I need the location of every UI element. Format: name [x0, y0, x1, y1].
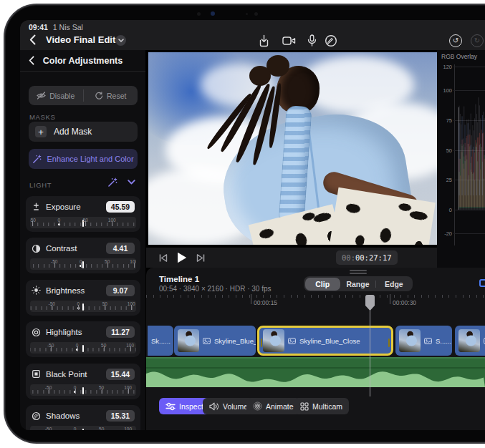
redo-icon[interactable]: ↻: [470, 34, 484, 48]
slider-value-badge[interactable]: 11.27: [106, 326, 135, 338]
undo-icon[interactable]: ↺: [448, 34, 463, 48]
slider-row: Contrast4.41: [32, 241, 135, 255]
disable-reset-control: Disable Reset: [29, 86, 138, 105]
adjustment-slider[interactable]: Highlights11.27-50050100: [26, 321, 140, 357]
brightness-icon: [32, 286, 41, 295]
export-icon[interactable]: [256, 34, 271, 48]
trim-handle[interactable]: [388, 339, 390, 347]
scope-axis-label: -20: [444, 230, 452, 237]
mode-range[interactable]: Range: [340, 278, 375, 291]
ruler-major-tick: [77, 346, 78, 351]
skip-forward-icon[interactable]: [196, 254, 205, 262]
timeline-clip[interactable]: Sk......: [148, 326, 173, 356]
animate-button[interactable]: Animate: [246, 398, 300, 414]
playhead-handle[interactable]: [365, 295, 375, 311]
reset-button[interactable]: Reset: [84, 86, 138, 105]
photo-icon: [424, 338, 432, 344]
adjustment-slider[interactable]: Contrast4.41-50050100: [26, 238, 140, 273]
panel-drag-handle[interactable]: [350, 273, 367, 274]
timeline-clip[interactable]: [455, 326, 485, 356]
ruler-major-tick: [81, 263, 82, 268]
slider-value-badge[interactable]: 9.07: [106, 285, 135, 296]
add-mask-button[interactable]: + Add Mask: [29, 122, 138, 142]
ruler-major-tick: [85, 221, 86, 226]
shadows-icon: [32, 412, 41, 421]
timeline-ruler[interactable]: [146, 295, 485, 298]
disable-button[interactable]: Disable: [29, 86, 83, 105]
tool-label: Animate: [266, 402, 294, 411]
tool-label: Volume: [223, 402, 248, 411]
ruler-major-tick: [105, 305, 105, 310]
panel-drag-handle[interactable]: [350, 270, 367, 271]
clock-icon-partial[interactable]: [479, 279, 485, 287]
audio-track-waveform[interactable]: [146, 357, 485, 387]
disable-label: Disable: [49, 92, 75, 100]
slider-ruler[interactable]: -50050100: [30, 258, 136, 270]
timeline-meta: 00:54 · 3840 × 2160 · HDR · 30 fps: [159, 285, 271, 293]
ruler-thumb[interactable]: [82, 303, 84, 311]
trim-handle[interactable]: [261, 339, 262, 347]
slider-name: Highlights: [46, 328, 101, 336]
timeline-clip[interactable]: Skyline_Blue_Close: [257, 326, 393, 356]
slider-name: Exposure: [46, 203, 101, 211]
timecode-display[interactable]: 00:00:27:17: [336, 250, 398, 265]
camera-icon[interactable]: [282, 34, 296, 48]
adjustment-slider[interactable]: Exposure45.59-50050100: [26, 196, 140, 232]
add-mask-label: Add Mask: [54, 127, 92, 137]
slider-ruler[interactable]: -50050100: [30, 301, 136, 312]
top-bar: 09:411 Nis Sal Video Final Edit ↺ ↻: [20, 20, 485, 50]
ruler-major-tick: [78, 305, 79, 310]
mode-edge[interactable]: Edge: [376, 278, 411, 291]
slider-value-badge[interactable]: 15.31: [106, 410, 135, 422]
animate-icon: [253, 401, 262, 411]
slider-ruler[interactable]: -50050100: [30, 342, 136, 354]
skip-back-icon[interactable]: [159, 254, 168, 262]
adjustment-slider[interactable]: Black Point15.44-50050100: [26, 364, 140, 399]
play-icon[interactable]: [177, 252, 187, 263]
timeline-clip[interactable]: S......: [395, 326, 452, 356]
status-time: 09:41: [29, 23, 48, 31]
video-preview[interactable]: [148, 52, 437, 245]
ruler-thumb[interactable]: [82, 261, 84, 268]
light-collapse-chevron-icon[interactable]: [128, 180, 135, 185]
pencil-tools-icon[interactable]: [324, 34, 338, 48]
ruler-thumb[interactable]: [82, 387, 84, 394]
ruler-major-tick: [52, 305, 52, 310]
timeline-clip[interactable]: Skyline_Blue_Wide: [174, 326, 256, 356]
inspect-icon: [165, 402, 176, 411]
ruler-mark-tick: [251, 294, 251, 304]
scope-axis-label: 100: [443, 87, 452, 94]
slider-value-badge[interactable]: 4.41: [106, 243, 135, 254]
slider-ruler[interactable]: -50050100: [30, 384, 136, 396]
slider-row: Highlights11.27: [32, 325, 135, 339]
slider-ruler[interactable]: -50050100: [30, 217, 136, 228]
clip-thumbnail: [399, 329, 421, 352]
slider-ruler[interactable]: -50050100: [30, 426, 136, 430]
ruler-thumb[interactable]: [82, 429, 84, 430]
scope-axis-label: 120: [443, 63, 452, 69]
ruler-mark-label: 00:00:15: [254, 299, 277, 306]
mode-clip[interactable]: Clip: [305, 278, 340, 291]
adjustment-slider[interactable]: Shadows15.31-50050100: [26, 405, 140, 430]
multicam-icon: [300, 402, 309, 411]
adjustment-slider[interactable]: Brightness9.07-50050100: [26, 280, 140, 316]
ruler-major-tick: [32, 221, 33, 226]
mic-icon[interactable]: [304, 34, 319, 48]
eye-off-icon: [37, 92, 46, 99]
slider-value-badge[interactable]: 45.59: [106, 201, 135, 213]
slider-row: Brightness9.07: [32, 283, 135, 298]
back-chevron-icon[interactable]: [29, 34, 36, 45]
patterned-pants: [329, 188, 436, 245]
slider-row: Shadows15.31: [32, 409, 135, 423]
project-title[interactable]: Video Final Edit: [46, 34, 115, 45]
multicam-button[interactable]: Multicam: [294, 398, 349, 414]
ruler-thumb[interactable]: [82, 345, 84, 352]
status-bar: 09:411 Nis Sal: [29, 23, 83, 31]
light-wand-icon[interactable]: [107, 177, 117, 188]
title-chevron-down-icon[interactable]: [115, 35, 126, 46]
bezel-sensor-dot: [246, 13, 248, 15]
slider-value-badge[interactable]: 15.44: [106, 369, 135, 380]
enhance-light-color-button[interactable]: Enhance Light and Color: [29, 149, 138, 169]
transport-bar: 00:00:27:17: [146, 247, 437, 268]
ruler-major-tick: [104, 346, 105, 351]
